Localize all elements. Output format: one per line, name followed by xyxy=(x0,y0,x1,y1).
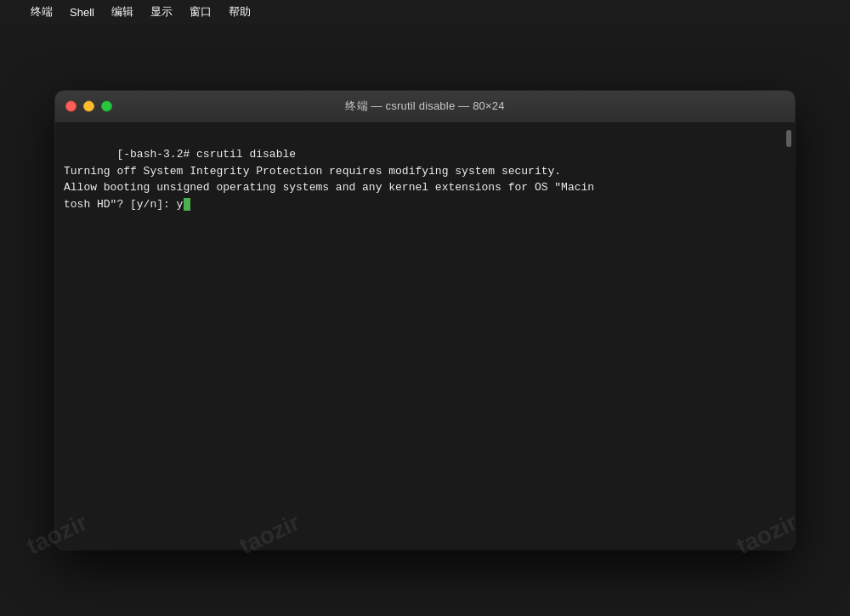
scrollbar[interactable] xyxy=(786,130,791,147)
terminal-content: [-bash-3.2# csrutil disable Turning off … xyxy=(64,130,786,229)
close-button[interactable] xyxy=(65,101,76,112)
menu-terminal[interactable]: 终端 xyxy=(24,3,60,21)
terminal-window: 终端 — csrutil disable — 80×24 [-bash-3.2#… xyxy=(55,91,795,550)
traffic-lights xyxy=(65,101,112,112)
menu-help[interactable]: 帮助 xyxy=(222,3,258,21)
terminal-body[interactable]: [-bash-3.2# csrutil disable Turning off … xyxy=(55,123,795,550)
apple-menu[interactable] xyxy=(7,10,20,14)
menubar: 终端 Shell 编辑 显示 窗口 帮助 xyxy=(0,0,850,24)
minimize-button[interactable] xyxy=(83,101,94,112)
bash-prompt: [-bash-3.2# xyxy=(116,148,196,161)
menu-shell[interactable]: Shell xyxy=(63,4,101,20)
desktop: 终端 — csrutil disable — 80×24 [-bash-3.2#… xyxy=(0,24,850,616)
terminal-cursor xyxy=(184,198,190,211)
command-text: csrutil disable xyxy=(196,148,296,161)
terminal-title: 终端 — csrutil disable — 80×24 xyxy=(345,99,504,114)
menu-edit[interactable]: 编辑 xyxy=(105,3,140,21)
output-line-3: tosh HD"? [y/n]: y xyxy=(64,198,183,211)
prompt-line: [-bash-3.2# csrutil disable xyxy=(116,148,296,161)
maximize-button[interactable] xyxy=(101,101,112,112)
menu-view[interactable]: 显示 xyxy=(144,3,179,21)
terminal-titlebar: 终端 — csrutil disable — 80×24 xyxy=(55,91,795,123)
menu-window[interactable]: 窗口 xyxy=(183,3,218,21)
output-line-1: Turning off System Integrity Protection … xyxy=(64,165,561,178)
output-line-2: Allow booting unsigned operating systems… xyxy=(64,181,594,194)
